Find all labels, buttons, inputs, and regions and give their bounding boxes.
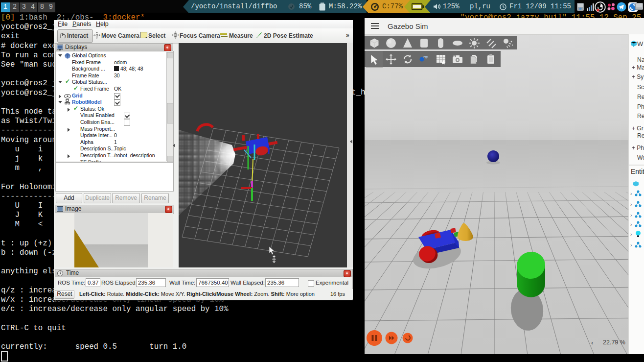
- svg-text:‹: ‹: [591, 339, 593, 346]
- svg-text:22.79 %: 22.79 %: [603, 339, 625, 346]
